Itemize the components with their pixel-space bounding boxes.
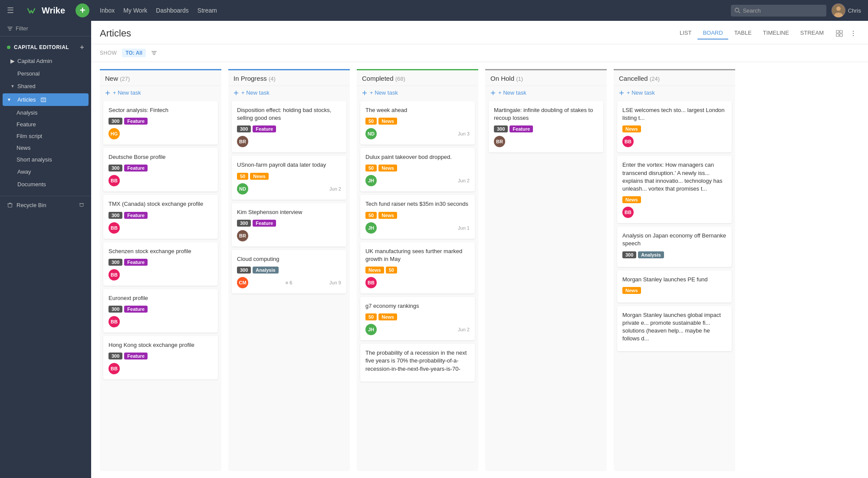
- nav-stream[interactable]: Stream: [197, 7, 217, 14]
- more-options-icon[interactable]: [847, 27, 859, 40]
- plus-icon: [490, 90, 496, 96]
- sidebar-item-documents[interactable]: Documents: [0, 178, 91, 191]
- new-task-button-on-hold[interactable]: + New task: [485, 86, 607, 99]
- sidebar-label-feature: Feature: [16, 121, 36, 128]
- sidebar-item-film-script[interactable]: Film script: [0, 130, 91, 142]
- tab-board[interactable]: BOARD: [697, 27, 728, 40]
- sidebar-label-articles: Articles: [17, 96, 36, 103]
- task-card[interactable]: USnon-farm payroll data later today 50Ne…: [232, 156, 346, 199]
- new-task-button-cancelled[interactable]: + New task: [614, 86, 735, 99]
- task-card[interactable]: Sector analysis: Fintech 300Feature HG: [103, 101, 218, 145]
- card-avatar: JH: [365, 175, 377, 186]
- task-card[interactable]: LSE welcomes tech sto... largest London …: [617, 101, 732, 152]
- task-card[interactable]: Schenzen stock exchange profile 300Featu…: [103, 242, 218, 286]
- task-card[interactable]: The probability of a recession in the ne…: [360, 344, 475, 382]
- card-title: Schenzen stock exchange profile: [108, 247, 213, 255]
- sidebar-label-analysis: Analysis: [16, 109, 37, 116]
- card-tags: 50News: [365, 212, 470, 219]
- card-avatar: ND: [365, 128, 377, 139]
- tab-stream[interactable]: STREAM: [795, 27, 829, 40]
- column-title-new: New (27): [105, 75, 130, 82]
- task-card[interactable]: Hong Kong stock exchange profile 300Feat…: [103, 336, 218, 379]
- to-all-button[interactable]: TO: All: [122, 49, 146, 57]
- sidebar-item-away[interactable]: Away: [0, 165, 91, 178]
- sidebar-item-short-analysis[interactable]: Short analysis: [0, 154, 91, 165]
- new-task-button-completed[interactable]: + New task: [357, 86, 478, 99]
- svg-rect-14: [840, 30, 842, 33]
- sidebar-item-articles[interactable]: ▼ Articles: [3, 93, 89, 106]
- new-task-button-in-progress[interactable]: + New task: [228, 86, 350, 99]
- card-date: Jun 3: [458, 131, 470, 136]
- trash-action-icon[interactable]: [79, 201, 84, 208]
- task-card[interactable]: UK manufacturing sees further marked gro…: [360, 242, 475, 293]
- task-card[interactable]: Morgan Stanley launches PE fund News: [617, 270, 732, 303]
- sidebar-item-feature[interactable]: Feature: [0, 119, 91, 130]
- tag: 50: [365, 118, 377, 125]
- task-card[interactable]: TMX (Canada) stock exchange profile 300F…: [103, 195, 218, 238]
- column-header-in-progress: In Progress (4): [228, 69, 350, 86]
- card-avatar: JH: [365, 222, 377, 234]
- task-card[interactable]: Deutsche Borse profile 300Feature BB: [103, 148, 218, 191]
- tag: Feature: [124, 353, 148, 359]
- grid-view-icon[interactable]: [833, 27, 845, 40]
- card-avatar: CM: [237, 277, 248, 288]
- new-task-button-new[interactable]: + New task: [100, 86, 221, 99]
- task-card[interactable]: Enter the vortex: How managers can trans…: [617, 156, 732, 223]
- card-avatar: BB: [108, 363, 120, 374]
- task-card[interactable]: Dulux paint takeover bod dropped. 50News…: [360, 148, 475, 191]
- sidebar-filter[interactable]: Filter: [0, 21, 91, 36]
- tag: Feature: [124, 259, 148, 266]
- logo: Wrike: [24, 3, 65, 17]
- card-footer: JHJun 1: [365, 222, 470, 234]
- task-card[interactable]: Kim Stephenson interview 300Feature BR: [232, 203, 346, 247]
- search-input[interactable]: [731, 5, 826, 16]
- sidebar-item-capital-admin[interactable]: ▶ Capital Admin: [0, 55, 91, 67]
- menu-icon[interactable]: ☰: [7, 6, 14, 15]
- card-footer: BB: [365, 277, 470, 288]
- task-card[interactable]: Analysis on Japan economy off Bernanke s…: [617, 227, 732, 267]
- sidebar-item-personal[interactable]: Personal: [0, 67, 91, 80]
- card-title: Kim Stephenson interview: [237, 208, 341, 216]
- column-header-on-hold: On Hold (1): [485, 69, 607, 86]
- tag: News: [378, 313, 397, 320]
- sidebar-item-shared[interactable]: ▼ Shared: [0, 80, 91, 92]
- column-cards-cancelled: LSE welcomes tech sto... largest London …: [614, 99, 735, 471]
- new-task-label-on-hold: + New task: [498, 89, 526, 96]
- card-tags: 50News: [365, 118, 470, 125]
- task-card[interactable]: Cloud computing 300Analysis CM≡ 6Jun 9: [232, 250, 346, 293]
- sidebar-section-capital: CAPITAL EDITORIAL + ▶ Capital Admin Pers…: [0, 36, 91, 194]
- card-title: USnon-farm payroll data later today: [237, 161, 341, 169]
- column-title-cancelled: Cancelled (24): [619, 75, 660, 82]
- tag: 50: [237, 173, 248, 180]
- tag: 300: [108, 118, 122, 125]
- sidebar-capital-header[interactable]: CAPITAL EDITORIAL +: [0, 40, 91, 55]
- task-card[interactable]: g7 economy rankings 50News JHJun 2: [360, 297, 475, 340]
- task-card[interactable]: Morgan Stanley launches global impact pr…: [617, 306, 732, 352]
- expand-icon: ▶: [10, 58, 15, 64]
- sidebar-label-capital-admin: Capital Admin: [17, 58, 52, 64]
- nav-dashboards[interactable]: Dashboards: [156, 7, 189, 14]
- sidebar-add-icon[interactable]: +: [80, 43, 84, 51]
- tab-table[interactable]: TABLE: [729, 27, 757, 40]
- task-card[interactable]: Martingale: infinite doubling of stakes …: [489, 101, 603, 152]
- nav-inbox[interactable]: Inbox: [100, 7, 115, 14]
- task-card[interactable]: Euronext profile 300Feature BB: [103, 289, 218, 333]
- sidebar-item-recycle-bin[interactable]: Recycle Bin: [0, 198, 91, 212]
- card-avatar: BB: [622, 136, 634, 147]
- task-card[interactable]: Tech fund raiser nets $35m in30 seconds …: [360, 195, 475, 238]
- tab-list[interactable]: LIST: [674, 27, 697, 40]
- task-card[interactable]: The week ahead 50News NDJun 3: [360, 101, 475, 145]
- sidebar-item-news[interactable]: News: [0, 142, 91, 154]
- filter-icon[interactable]: [151, 50, 157, 56]
- add-button[interactable]: +: [76, 3, 89, 17]
- task-card[interactable]: Disposition effect: holding bad stocks, …: [232, 101, 346, 152]
- tab-timeline[interactable]: TIMELINE: [758, 27, 794, 40]
- sidebar-item-analysis[interactable]: Analysis: [0, 107, 91, 119]
- main-layout: Filter CAPITAL EDITORIAL + ▶ Capital Adm…: [0, 21, 868, 478]
- user-profile[interactable]: Chris: [832, 3, 861, 17]
- nav-mywork[interactable]: My Work: [123, 7, 147, 14]
- card-title: Cloud computing: [237, 255, 341, 263]
- card-title: Euronext profile: [108, 294, 213, 302]
- card-tags: 300Feature: [108, 212, 213, 219]
- tag: News: [365, 267, 384, 274]
